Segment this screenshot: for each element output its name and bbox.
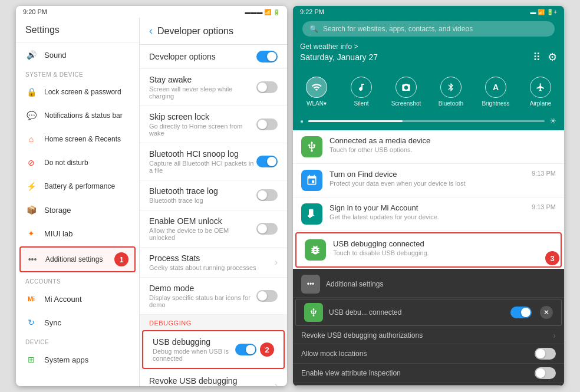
sidebar-item-dnd[interactable]: ⊘ Do not disturb (16, 151, 139, 174)
sidebar-item-miaccount[interactable]: Mi Mi Account (16, 287, 139, 311)
revoke-usb-arrow: › (275, 380, 278, 386)
quick-airplane[interactable]: Airplane (519, 73, 562, 110)
grid-icon[interactable]: ⠿ (533, 51, 541, 64)
sync-icon: ↻ (25, 317, 37, 328)
developer-options-item[interactable]: Developer options (140, 45, 287, 69)
left-content: Settings 🔊 Sound SYSTEM & DEVICE 🔒 Lock … (16, 18, 287, 386)
bt-hci-toggle[interactable] (256, 156, 278, 167)
notif-find-device-content: Turn on Find device Protect your data ev… (329, 170, 525, 187)
demo-mode-toggle[interactable] (256, 290, 278, 302)
dark-revoke-arrow: › (553, 331, 556, 340)
sidebar-item-battery[interactable]: ⚡ Battery & performance (16, 174, 139, 198)
quick-silent[interactable]: Silent (340, 73, 383, 110)
sysapps-icon: ⊞ (25, 354, 37, 365)
date-text: Saturday, January 27 (300, 52, 378, 62)
notification-header: Get weather info > Saturday, January 27 … (293, 40, 564, 68)
usb-debug-icon (305, 239, 326, 261)
sidebar-item-additional[interactable]: ••• Additional settings 1 (19, 246, 136, 272)
sidebar-item-storage[interactable]: 📦 Storage (16, 198, 139, 222)
device-label: DEVICE (16, 334, 139, 348)
mi-account-notif-icon (301, 203, 322, 225)
usb-debugging-item[interactable]: USB debugging Debug mode when USB is con… (142, 330, 285, 369)
bt-trace-item[interactable]: Bluetooth trace log Bluetooth trace log (140, 180, 287, 210)
miui-icon: ✦ (25, 228, 37, 239)
mi-account-icon: Mi (25, 293, 37, 305)
notif-usb-debug[interactable]: USB debugging connected Touch to disable… (295, 232, 562, 268)
step3-badge: 3 (545, 251, 559, 265)
quick-brightness[interactable]: A Brightness (474, 73, 517, 110)
revoke-usb-item[interactable]: Revoke USB debugging authorizations › (140, 370, 287, 386)
notifications-list: Connected as a media device Touch for ot… (293, 130, 564, 386)
wlan-icon (306, 77, 327, 98)
quick-wlan[interactable]: WLAN▾ (295, 73, 338, 110)
airplane-icon (530, 77, 551, 98)
notif-usb-media[interactable]: Connected as a media device Touch for ot… (293, 130, 564, 164)
notif-usb-debug-content: USB debugging connected Touch to disable… (333, 239, 552, 256)
usb-media-icon (301, 136, 322, 157)
sidebar-item-sound[interactable]: 🔊 Sound (16, 43, 139, 67)
quick-screenshot[interactable]: Screenshot (385, 73, 427, 110)
right-status-bar: 9:22 PM ▬ 📶 🔋+ (293, 6, 564, 18)
dark-view-toggle[interactable] (535, 367, 556, 379)
debugging-label: DEBUGGING (140, 315, 287, 329)
notif-mi-account[interactable]: Sign in to your Mi Account Get the lates… (293, 197, 564, 231)
system-device-label: SYSTEM & DEVICE (16, 67, 139, 80)
quick-settings: WLAN▾ Silent Screenshot Bluetooth (293, 68, 564, 115)
skip-lock-item[interactable]: Skip screen lock Go directly to Home scr… (140, 106, 287, 143)
notif-icon: 💬 (25, 110, 37, 121)
sidebar-item-home[interactable]: ⌂ Home screen & Recents (16, 127, 139, 151)
accounts-label: ACCOUNTS (16, 274, 139, 287)
sound-icon: 🔊 (25, 49, 37, 61)
sidebar-item-notif[interactable]: 💬 Notifications & status bar (16, 104, 139, 127)
step1-badge: 1 (114, 252, 128, 266)
sidebar-item-miui[interactable]: ✦ MIUI lab (16, 222, 139, 245)
home-icon: ⌂ (25, 133, 37, 145)
battery-icon: ⚡ (25, 180, 37, 192)
demo-mode-item[interactable]: Demo mode Display specific status bar ic… (140, 278, 287, 315)
skip-lock-toggle[interactable] (256, 118, 278, 130)
right-status-icons: ▬ 📶 🔋+ (530, 9, 557, 15)
back-button[interactable]: ‹ (149, 25, 153, 37)
main-header: ‹ Developer options (140, 18, 287, 45)
dark-usb-debug: USB debu... connected ✕ (295, 299, 562, 326)
sidebar-title: Settings (16, 18, 139, 43)
silent-icon (351, 77, 372, 98)
sidebar-item-sysapps[interactable]: ⊞ System apps (16, 348, 139, 371)
stay-awake-toggle[interactable] (256, 81, 278, 93)
notif-find-device[interactable]: Turn on Find device Protect your data ev… (293, 164, 564, 197)
additional-icon: ••• (27, 253, 38, 265)
oem-unlock-toggle[interactable] (256, 223, 278, 235)
notif-mi-account-content: Sign in to your Mi Account Get the lates… (329, 203, 525, 220)
brightness-slider[interactable] (308, 120, 545, 122)
usb-debugging-toggle[interactable] (235, 344, 256, 355)
search-bar[interactable]: 🔍 Search for websites, apps, contacts, a… (302, 21, 555, 37)
oem-unlock-item[interactable]: Enable OEM unlock Allow the device to be… (140, 210, 287, 248)
dark-mock-loc: Allow mock locations (293, 344, 564, 364)
step2-badge: 2 (260, 342, 274, 357)
dark-revoke: Revoke USB debugging authorizations › (293, 327, 564, 344)
bt-trace-toggle[interactable] (256, 189, 278, 201)
stay-awake-item[interactable]: Stay awake Screen will never sleep while… (140, 69, 287, 106)
dark-usb-icon (304, 303, 323, 322)
dark-usb-toggle[interactable] (510, 307, 532, 318)
weather-link[interactable]: Get weather info > (300, 42, 557, 51)
dark-close-button[interactable]: ✕ (540, 306, 553, 319)
search-placeholder: Search for websites, apps, contacts, and… (323, 25, 473, 33)
right-screen: 9:22 PM ▬ 📶 🔋+ 🔍 Search for websites, ap… (293, 6, 564, 386)
sidebar-item-lock[interactable]: 🔒 Lock screen & password (16, 80, 139, 104)
developer-options-toggle[interactable] (256, 51, 278, 62)
quick-bluetooth[interactable]: Bluetooth (430, 73, 472, 110)
settings-icon[interactable]: ⚙ (548, 51, 557, 64)
main-panel: ‹ Developer options Developer options St… (140, 18, 287, 386)
bt-hci-item[interactable]: Bluetooth HCI snoop log Capture all Blue… (140, 143, 287, 180)
sidebar-item-sync[interactable]: ↻ Sync (16, 311, 139, 334)
left-status-icons: ▬▬▬ 📶 🔋 (245, 9, 280, 15)
process-stats-arrow: › (275, 257, 278, 268)
dark-additional-icon: ••• (301, 275, 320, 294)
dark-section: ••• Additional settings USB debu... conn… (293, 269, 564, 386)
dark-mock-toggle[interactable] (535, 348, 556, 360)
process-stats-item[interactable]: Process Stats Geeky stats about running … (140, 248, 287, 278)
screenshot-icon (396, 77, 417, 98)
brightness-icon: A (485, 77, 506, 98)
search-icon: 🔍 (309, 25, 318, 33)
